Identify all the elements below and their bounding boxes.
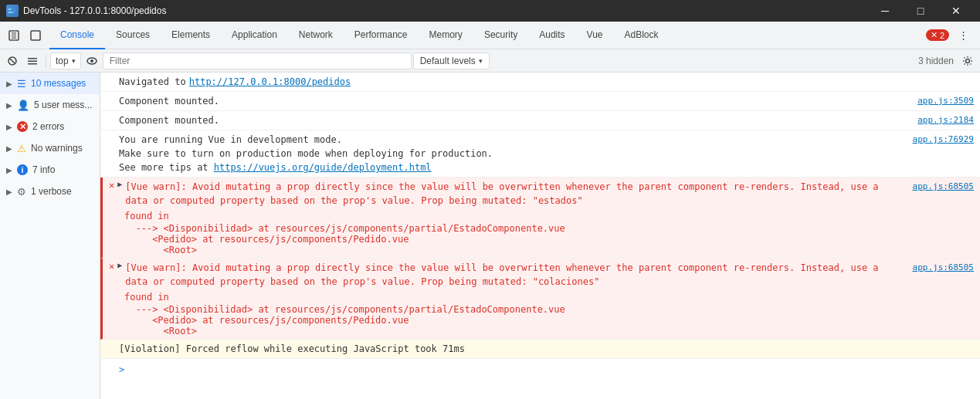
- filter-input[interactable]: [103, 52, 412, 69]
- vue-dev-text-1: You are running Vue in development mode.: [119, 134, 342, 145]
- error-1-source[interactable]: app.js:68505: [907, 180, 974, 191]
- more-icon: ⋮: [958, 29, 968, 41]
- svg-point-13: [966, 59, 970, 63]
- sidebar-item-all[interactable]: ▶ ☰ 10 messages: [0, 73, 100, 94]
- inspector-icon-button[interactable]: [25, 25, 46, 46]
- chevron-icon: ▶: [6, 79, 12, 88]
- window-title: DevTools - 127.0.0.1:8000/pedidos: [23, 5, 867, 16]
- console-prompt-row[interactable]: >: [100, 359, 980, 380]
- navigate-link[interactable]: http://127.0.0.1:8000/pedidos: [189, 75, 351, 89]
- vue-deploy-link[interactable]: https://vuejs.org/guide/deployment.html: [214, 162, 432, 173]
- console-prompt[interactable]: >: [110, 361, 131, 378]
- more-tabs-button[interactable]: ⋮: [952, 25, 974, 46]
- dock-icon: [8, 30, 19, 41]
- clear-console-button[interactable]: [3, 52, 22, 70]
- user-icon: 👤: [17, 100, 29, 111]
- error-icon: ✕: [17, 121, 28, 132]
- sidebar-item-info[interactable]: ▶ i 7 info: [0, 159, 100, 181]
- error-badge: ✕ 2: [926, 29, 949, 41]
- sidebar-toggle-icon: [27, 56, 38, 66]
- clear-icon: [7, 56, 18, 66]
- tab-application[interactable]: Application: [221, 22, 288, 49]
- sidebar-item-errors[interactable]: ▶ ✕ 2 errors: [0, 116, 100, 137]
- svg-rect-8: [28, 58, 37, 59]
- level-arrow-icon: ▾: [479, 57, 483, 65]
- tab-elements[interactable]: Elements: [161, 22, 221, 49]
- tab-security[interactable]: Security: [473, 22, 528, 49]
- tab-memory[interactable]: Memory: [419, 22, 473, 49]
- error-expand-2[interactable]: ▶: [117, 261, 122, 269]
- title-bar: DevTools - 127.0.0.1:8000/pedidos ─ □ ✕: [0, 0, 980, 22]
- error-2-text: [Vue warn]: Avoid mutating a prop direct…: [125, 262, 878, 287]
- dock-icon-button[interactable]: [3, 25, 25, 46]
- trace-1-line-3: <Root>: [164, 245, 197, 255]
- sidebar-label-all: 10 messages: [31, 78, 93, 89]
- tab-bar-right: ✕ 2 ⋮: [926, 22, 980, 49]
- trace-2-line-3: <Root>: [164, 326, 197, 336]
- error-2-trace: found in ---> <Disponibilidad> at resour…: [109, 289, 565, 336]
- sidebar-label-warnings: No warnings: [31, 143, 93, 154]
- context-value: top: [56, 56, 69, 66]
- inspector-icon: [30, 30, 41, 41]
- sidebar-label-user: 5 user mess...: [34, 100, 93, 110]
- error-1-text: [Vue warn]: Avoid mutating a prop direct…: [125, 181, 878, 206]
- info-icon: i: [17, 164, 28, 175]
- error-count: 2: [940, 31, 944, 40]
- tab-adblock[interactable]: AdBlock: [614, 22, 670, 49]
- tab-bar-left-controls: [3, 22, 46, 49]
- found-in-1: found in: [124, 211, 565, 221]
- svg-marker-2: [13, 8, 16, 14]
- svg-rect-4: [12, 31, 16, 40]
- context-dropdown-icon: ▾: [72, 57, 76, 65]
- eye-icon: [86, 55, 98, 67]
- devtools-icon: [6, 5, 19, 17]
- chevron-icon-6: ▶: [6, 188, 12, 196]
- chevron-icon-3: ▶: [6, 123, 12, 131]
- console-output[interactable]: Navigated to http://127.0.0.1:8000/pedid…: [100, 73, 980, 399]
- trace-1-line-2: <Pedido> at resources/js/components/Pedi…: [152, 234, 409, 245]
- sidebar-item-user[interactable]: ▶ 👤 5 user mess...: [0, 94, 100, 116]
- trace-2-line-2: <Pedido> at resources/js/components/Pedi…: [152, 315, 409, 326]
- chevron-icon-5: ▶: [6, 166, 12, 174]
- error-2-source[interactable]: app.js:68505: [907, 261, 974, 272]
- component-mounted-2-source[interactable]: app.js:2184: [911, 113, 974, 125]
- log-levels-selector[interactable]: Default levels ▾: [413, 52, 490, 69]
- console-row-vue-dev: You are running Vue in development mode.…: [100, 130, 980, 178]
- chevron-icon-2: ▶: [6, 101, 12, 110]
- hidden-count: 3 hidden: [918, 56, 957, 66]
- maximize-button[interactable]: □: [903, 0, 938, 22]
- sidebar-item-verbose[interactable]: ▶ ⚙ 1 verbose: [0, 181, 100, 202]
- minimize-button[interactable]: ─: [867, 0, 903, 22]
- console-row-component-2: Component mounted. app.js:2184: [100, 111, 980, 130]
- tabs: Console Sources Elements Application Net…: [49, 22, 670, 49]
- error-expand-1[interactable]: ▶: [117, 180, 122, 188]
- warning-icon: ⚠: [17, 143, 26, 154]
- window-controls: ─ □ ✕: [867, 0, 974, 22]
- tab-audits[interactable]: Audits: [528, 22, 575, 49]
- gear-icon: [962, 56, 973, 66]
- main-panel: ▶ ☰ 10 messages ▶ 👤 5 user mess... ▶ ✕ 2…: [0, 73, 980, 399]
- sidebar-item-warnings[interactable]: ▶ ⚠ No warnings: [0, 137, 100, 159]
- violation-text: [Violation] Forced reflow while executin…: [119, 343, 465, 354]
- context-selector[interactable]: top ▾: [50, 52, 81, 69]
- level-label: Default levels: [420, 56, 476, 66]
- component-mounted-1-source[interactable]: app.js:3509: [911, 94, 974, 106]
- console-row-component-1: Component mounted. app.js:3509: [100, 92, 980, 111]
- found-in-2: found in: [124, 292, 565, 303]
- toolbar-separator-1: [46, 54, 46, 68]
- toggle-sidebar-button[interactable]: [23, 52, 42, 70]
- tab-network[interactable]: Network: [288, 22, 344, 49]
- tab-console[interactable]: Console: [49, 22, 105, 49]
- custom-formatters-button[interactable]: [83, 52, 101, 70]
- svg-rect-5: [31, 31, 40, 40]
- close-button[interactable]: ✕: [938, 0, 974, 22]
- vue-dev-source[interactable]: app.js:76929: [907, 133, 974, 144]
- console-settings-button[interactable]: [958, 52, 977, 70]
- sidebar-label-info: 7 info: [32, 164, 93, 175]
- trace-2-line-1: ---> <Disponibilidad> at resources/js/co…: [135, 304, 565, 315]
- tab-vue[interactable]: Vue: [576, 22, 614, 49]
- trace-1-line-1: ---> <Disponibilidad> at resources/js/co…: [135, 223, 565, 234]
- svg-rect-9: [28, 60, 37, 62]
- tab-sources[interactable]: Sources: [105, 22, 161, 49]
- tab-performance[interactable]: Performance: [344, 22, 419, 49]
